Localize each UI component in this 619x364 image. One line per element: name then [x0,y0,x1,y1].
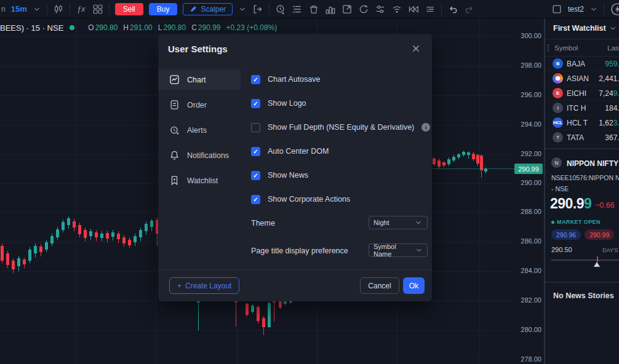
sell-button[interactable]: Sell [115,3,143,15]
settings-option-row: Show News [251,169,308,181]
basket-icon[interactable] [308,4,319,15]
theme-select[interactable]: Night [369,216,428,229]
symbol-cell: EICHI [567,89,586,98]
candle-body [273,301,276,303]
symbol-logo: B [553,58,563,69]
indicators-fx-icon[interactable]: ƒx [76,4,87,15]
candle-body [257,307,260,321]
last-price-cell: 959.45 [605,60,619,68]
price-axis[interactable]: 300.00298.00296.00294.00292.00290.00288.… [514,18,544,364]
rewind-icon[interactable] [408,4,419,15]
checkbox[interactable] [251,171,260,180]
display-settings-icon[interactable] [425,4,436,15]
sidebar-item-chart[interactable]: Chart [158,69,241,90]
buy-button[interactable]: Buy [149,3,178,15]
status-dot [551,221,554,224]
chevron-down-icon[interactable] [238,5,247,14]
theme-label: Theme [251,219,275,228]
stream-wifi-icon[interactable] [391,4,402,15]
last-column-header[interactable]: Last [607,44,619,52]
price-tick: 9 [584,196,591,212]
settings-option-row: Show Full Depth (NSE Equity & Derivative… [251,121,430,133]
day-range-tick [597,256,598,262]
open-label: O [88,23,94,32]
modal-body: ChartOrderAlertsNotificationsWatchlist C… [158,63,432,269]
interval-button[interactable]: 15m [11,4,27,14]
chart-legend[interactable]: BEES) · 15 · NSE O290.80 H291.00 L290.80… [0,22,277,33]
scalper-button[interactable]: Scalper [183,3,233,15]
layout-name[interactable]: test2 [568,5,584,14]
option-label: Show Corporate Actions [268,195,350,204]
checkbox[interactable] [251,147,260,156]
day-range-track [551,259,619,261]
watchlist-row[interactable]: IITC H184.79 [545,101,619,116]
change-value: +0.23 (+0.08%) [226,23,278,32]
candlestick-style-icon[interactable] [53,4,64,15]
alert-clock-icon[interactable] [275,4,286,15]
cancel-button[interactable]: Cancel [360,277,399,294]
sidebar-item-watchlist[interactable]: Watchlist [158,170,241,191]
watchlist-row[interactable]: EEICHI7,249.00 [545,86,619,101]
watchlist-row[interactable]: TTATA367.85 [545,130,619,145]
modal-sidebar: ChartOrderAlertsNotificationsWatchlist [158,63,241,269]
sidebar-item-alerts[interactable]: Alerts [158,120,241,140]
toolbar-divider [441,4,442,15]
checkbox[interactable] [251,195,260,204]
watchlist-row[interactable]: BBAJA959.45 [545,57,619,71]
panel-divider [545,148,619,149]
symbol-logo: E [553,88,563,98]
candle-body [462,152,465,155]
page-title-pref-select[interactable]: Symbol Name [369,243,428,257]
close-label: C [191,23,197,32]
refresh-icon[interactable] [358,4,369,15]
checkbox[interactable] [251,123,260,132]
watchlist-header[interactable]: First Watchlist [545,18,619,38]
candle-body [117,234,120,239]
symbol-title[interactable]: BEES) · 15 · NSE [0,23,63,33]
sidebar-item-order[interactable]: Order [158,95,241,115]
candle-body [23,259,26,264]
price-axis-label: 300.00 [514,32,541,39]
watchlist-row[interactable]: HCLHCL T1,623.60 [545,116,619,130]
clipped-symbol-text: n [1,5,6,14]
grid-layout-icon[interactable] [92,4,103,15]
drag-handle-icon[interactable] [547,43,553,53]
v-gridline [76,18,76,364]
redo-icon[interactable] [464,4,475,15]
chevron-down-icon [415,246,423,255]
volume-bars-icon[interactable] [325,4,336,15]
close-icon[interactable] [410,42,422,55]
last-price-cell: 7,249.00 [599,89,619,98]
ask-pill[interactable]: 290.99 [585,229,614,240]
symbol-column-header[interactable]: Symbol [554,44,578,52]
symbol-change: −0.66 [595,201,615,210]
chevron-down-icon[interactable] [609,24,617,33]
sidebar-item-notifications[interactable]: Notifications [158,145,241,165]
candle-body [150,221,153,227]
quick-flash-icon[interactable] [610,2,619,17]
candle-body [234,301,238,303]
bid-pill[interactable]: 290.96 [551,229,581,240]
watchlist-row[interactable]: ASIAN2,441.40 [545,71,619,86]
sliders-icon[interactable] [375,4,386,15]
layout-square-icon[interactable] [551,4,562,15]
symbol-logo [553,73,563,84]
price-part: 7,24 [599,89,613,98]
chevron-down-icon[interactable] [589,5,598,14]
price-axis-label: 294.00 [514,121,541,128]
bid-ask-pills: 290.96 290.99 [551,229,614,240]
price-axis-label: 298.00 [514,61,541,69]
no-news-label: No News Stories [553,291,614,300]
export-icon[interactable] [252,4,263,15]
price-part: 367. [605,133,619,142]
create-layout-button[interactable]: + Create Layout [169,277,239,294]
checkbox[interactable] [251,99,260,108]
info-icon[interactable] [421,123,430,132]
ok-button[interactable]: Ok [403,277,425,294]
external-link-icon[interactable] [341,4,353,15]
checkbox[interactable] [251,75,260,84]
high-label: H [123,23,129,32]
object-tree-icon[interactable] [292,4,303,15]
undo-icon[interactable] [447,4,458,15]
chevron-down-icon[interactable] [33,5,41,14]
